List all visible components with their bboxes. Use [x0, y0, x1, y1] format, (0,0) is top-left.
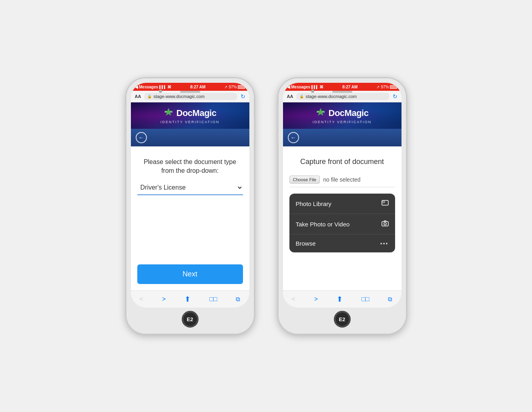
- url-bar-2[interactable]: 🔒 stage-www.docmagic.com: [296, 93, 389, 100]
- share-button-2[interactable]: ⬆: [334, 294, 345, 304]
- status-right-2: ↗ 97%: [376, 85, 397, 89]
- svg-rect-8: [382, 222, 388, 226]
- docmagic-subtitle-2: IDENTITY VERIFICATION: [313, 120, 372, 124]
- status-left-2: ◀ Messages ▌▌▌ ⌘: [287, 85, 324, 89]
- share-button-1[interactable]: ⬆: [182, 294, 193, 304]
- phone-1: ◀ Messages ▌▌▌ ⌘ 8:27 AM ↗ 97% AA 🔒: [126, 78, 254, 334]
- volume-up-button-2[interactable]: [277, 114, 278, 127]
- browser-bottom-1: < > ⬆ □□ ⧉: [131, 290, 249, 308]
- no-file-label: no file selected: [323, 176, 360, 183]
- phone-1-screen: ◀ Messages ▌▌▌ ⌘ 8:27 AM ↗ 97% AA 🔒: [131, 83, 249, 308]
- location-arrow: ↗: [224, 85, 227, 89]
- back-bar-1: ←: [131, 129, 249, 146]
- browser-back-1[interactable]: <: [137, 295, 146, 304]
- svg-point-9: [384, 223, 386, 225]
- speaker-2: [332, 91, 352, 93]
- back-button-1[interactable]: ←: [136, 132, 147, 143]
- browser-bottom-2: < > ⬆ □□ ⧉: [283, 290, 402, 308]
- mute-button[interactable]: [124, 106, 126, 113]
- speaker: [180, 91, 200, 93]
- content-area-2: Capture front of document Choose File no…: [283, 146, 402, 290]
- wifi-indicator: ⌘: [167, 85, 171, 89]
- camera-icon: [381, 220, 389, 228]
- photo-library-label: Photo Library: [296, 200, 331, 207]
- front-camera-2: [311, 90, 314, 93]
- url-text-1: stage-www.docmagic.com: [153, 94, 205, 99]
- browser-forward-1[interactable]: >: [160, 295, 168, 304]
- lock-icon-2: 🔒: [299, 94, 304, 98]
- url-bar-1[interactable]: 🔒 stage-www.docmagic.com: [144, 93, 237, 100]
- volume-up-button[interactable]: [124, 114, 126, 127]
- docmagic-banner-1: DocMagic IDENTITY VERIFICATION: [131, 102, 249, 129]
- status-bar-2: ◀ Messages ▌▌▌ ⌘ 8:27 AM ↗ 97%: [283, 83, 402, 91]
- docmagic-title-1: DocMagic: [177, 108, 217, 118]
- status-time-1: 8:27 AM: [190, 85, 205, 89]
- bookmarks-button-2[interactable]: □□: [359, 295, 371, 304]
- bookmarks-button-1[interactable]: □□: [207, 295, 219, 304]
- docmagic-subtitle-1: IDENTITY VERIFICATION: [161, 120, 220, 124]
- browse-label: Browse: [296, 240, 316, 247]
- status-left-1: ◀ Messages ▌▌▌ ⌘: [135, 85, 172, 89]
- file-picker-menu: Photo Library Take Photo or Video: [289, 194, 395, 252]
- location-arrow-2: ↗: [376, 85, 379, 89]
- url-text-2: stage-www.docmagic.com: [305, 94, 357, 99]
- content-area-1: Please select the document typefrom the …: [131, 146, 249, 290]
- back-button-2[interactable]: ←: [288, 132, 299, 143]
- browser-forward-2[interactable]: >: [312, 295, 320, 304]
- photo-library-item[interactable]: Photo Library: [289, 194, 395, 214]
- tabs-button-2[interactable]: ⧉: [385, 295, 395, 304]
- volume-down-button-2[interactable]: [277, 131, 278, 144]
- phone-2: ◀ Messages ▌▌▌ ⌘ 8:27 AM ↗ 97% AA 🔒: [278, 78, 406, 334]
- docmagic-star-icon-2: [316, 107, 325, 119]
- front-camera: [159, 90, 162, 93]
- take-photo-item[interactable]: Take Photo or Video: [289, 214, 395, 234]
- browse-icon: •••: [380, 240, 389, 247]
- lock-icon-1: 🔒: [147, 94, 152, 98]
- messages-indicator: ◀ Messages: [135, 85, 159, 89]
- content-title-1: Please select the document typefrom the …: [137, 158, 243, 176]
- aa-label-1: AA: [135, 94, 141, 99]
- phones-container: ◀ Messages ▌▌▌ ⌘ 8:27 AM ↗ 97% AA 🔒: [126, 78, 406, 334]
- capture-title: Capture front of document: [289, 158, 395, 166]
- next-button[interactable]: Next: [137, 264, 243, 284]
- battery-2: 97%: [381, 85, 389, 89]
- status-right-1: ↗ 97%: [224, 85, 245, 89]
- back-bar-2: ←: [283, 129, 402, 146]
- battery-1: 97%: [229, 85, 237, 89]
- power-button-2[interactable]: [406, 118, 408, 138]
- volume-down-button[interactable]: [124, 131, 126, 144]
- power-button[interactable]: [254, 118, 256, 138]
- docmagic-star-icon-1: [164, 107, 173, 119]
- docmagic-logo-1: DocMagic: [164, 107, 217, 119]
- docmagic-title-2: DocMagic: [329, 108, 369, 118]
- photo-library-icon: [381, 199, 389, 208]
- aa-label-2: AA: [287, 94, 293, 99]
- home-button-1[interactable]: E2: [182, 311, 199, 328]
- choose-file-row: Choose File no file selected: [289, 176, 395, 187]
- messages-indicator-2: ◀ Messages: [287, 85, 311, 89]
- browser-back-2[interactable]: <: [289, 295, 298, 304]
- tabs-button-1[interactable]: ⧉: [233, 295, 243, 304]
- refresh-button-1[interactable]: ↻: [241, 93, 245, 100]
- docmagic-logo-2: DocMagic: [316, 107, 369, 119]
- phone-2-screen: ◀ Messages ▌▌▌ ⌘ 8:27 AM ↗ 97% AA 🔒: [283, 83, 402, 308]
- wifi-indicator-2: ⌘: [319, 85, 323, 89]
- svg-rect-7: [383, 201, 385, 203]
- choose-file-button[interactable]: Choose File: [289, 176, 320, 184]
- home-button-2[interactable]: E2: [334, 311, 351, 328]
- status-bar-1: ◀ Messages ▌▌▌ ⌘ 8:27 AM ↗ 97%: [131, 83, 249, 91]
- refresh-button-2[interactable]: ↻: [393, 93, 397, 100]
- take-photo-label: Take Photo or Video: [296, 221, 350, 228]
- status-time-2: 8:27 AM: [342, 85, 357, 89]
- document-type-dropdown[interactable]: Driver's License Passport State ID: [137, 180, 243, 195]
- mute-button-2[interactable]: [277, 106, 278, 113]
- docmagic-banner-2: DocMagic IDENTITY VERIFICATION: [283, 102, 402, 129]
- browse-item[interactable]: Browse •••: [289, 234, 395, 252]
